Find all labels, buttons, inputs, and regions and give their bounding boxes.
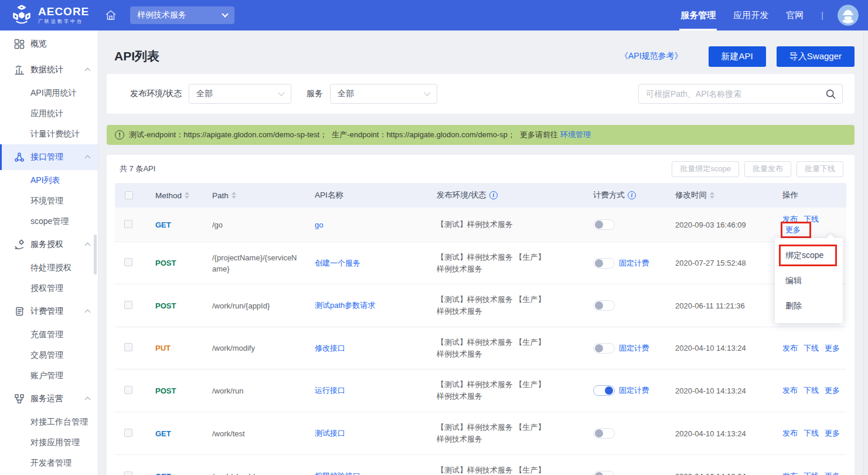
sidebar-subitem[interactable]: 授权管理 [0, 278, 98, 298]
sidebar-subitem[interactable]: 交易管理 [0, 345, 98, 365]
search-input[interactable] [646, 89, 825, 99]
select-all-checkbox[interactable] [125, 191, 133, 199]
sort-icon[interactable] [710, 192, 714, 199]
env-manage-link[interactable]: 环境管理 [560, 130, 591, 140]
row-checkbox[interactable] [124, 429, 132, 437]
env-status-cell: 【测试】样例技术服务 【生产】样例技术服务 [427, 294, 549, 317]
search-icon[interactable] [825, 89, 836, 100]
billing-toggle[interactable] [593, 343, 615, 354]
publish-link[interactable]: 发布 [782, 429, 798, 437]
billing-label: 固定计费 [619, 258, 649, 269]
api-name-link[interactable]: 修改接口 [315, 344, 345, 352]
sidebar-scrollbar-thumb[interactable] [94, 235, 97, 274]
home-icon[interactable] [104, 9, 117, 22]
more-link[interactable]: 更多 [825, 471, 840, 475]
sidebar-item[interactable]: 接口管理 [0, 144, 98, 170]
sidebar-item[interactable]: 概览 [0, 31, 98, 57]
sort-icon[interactable] [185, 192, 189, 199]
api-name-link[interactable]: 权限校验接口 [315, 471, 360, 475]
table-header: MethodPathAPI名称发布环境/状态i计费方式i修改时间操作 [115, 183, 846, 208]
sidebar-subitem[interactable]: API列表 [0, 170, 98, 191]
create-api-button[interactable]: 新建API [709, 46, 766, 67]
column-header[interactable]: 修改时间 [665, 190, 772, 201]
billing-toggle[interactable] [593, 258, 615, 269]
api-name-link[interactable]: 测试path参数请求 [315, 301, 375, 310]
chevron-down-icon [424, 89, 430, 96]
env-status-cell: 【测试】样例技术服务 【生产】样例技术服务 [427, 252, 549, 275]
modified-time-cell: 2020-06-11 11:21:36 [665, 301, 772, 310]
row-checkbox[interactable] [124, 220, 132, 228]
sidebar-item[interactable]: 服务授权 [0, 232, 98, 257]
api-name-link[interactable]: go [315, 220, 323, 229]
api-name-link[interactable]: 测试接口 [315, 429, 345, 437]
row-checkbox[interactable] [124, 386, 132, 394]
row-checkbox[interactable] [124, 471, 132, 475]
publish-link[interactable]: 发布 [782, 386, 798, 395]
page-scrollbar[interactable] [863, 30, 868, 475]
api-name-link[interactable]: 运行接口 [315, 386, 345, 395]
sidebar-subitem[interactable]: API调用统计 [0, 83, 98, 103]
sidebar-item[interactable]: 数据统计 [0, 57, 98, 83]
batch-button[interactable]: 批量绑定scope [672, 161, 739, 177]
billing-toggle[interactable] [593, 219, 615, 230]
row-checkbox[interactable] [124, 301, 132, 309]
sidebar-subitem[interactable]: 充值管理 [0, 324, 98, 345]
more-link[interactable]: 更多 [825, 429, 840, 437]
import-swagger-button[interactable]: 导入Swagger [777, 46, 855, 67]
more-link[interactable]: 更多 [785, 225, 801, 234]
sidebar-subitem[interactable]: 开发者管理 [0, 453, 98, 473]
sidebar-subitem[interactable]: 账户管理 [0, 365, 98, 386]
sidebar-subitem[interactable]: 对接应用管理 [0, 432, 98, 453]
offline-link[interactable]: 下线 [804, 471, 819, 475]
row-checkbox[interactable] [124, 343, 132, 351]
sidebar-subitem[interactable]: 待处理授权 [0, 257, 98, 278]
api-spec-link[interactable]: 《API规范参考》 [620, 51, 683, 62]
actions-cell: 发布下线更多 [772, 471, 846, 475]
menu-item-delete[interactable]: 删除 [775, 293, 843, 318]
service-selector[interactable]: 样例技术服务 [130, 6, 234, 24]
billing-toggle[interactable] [593, 428, 615, 439]
sidebar-subitem[interactable]: scope管理 [0, 211, 98, 232]
billing-toggle[interactable] [593, 385, 615, 396]
nav-item[interactable]: 服务管理 [680, 0, 716, 30]
sort-icon[interactable] [232, 192, 236, 199]
avatar[interactable] [838, 5, 859, 26]
sidebar-item[interactable]: 服务运营 [0, 386, 98, 412]
api-name-cell: 测试path参数请求 [305, 300, 427, 311]
service-filter-select[interactable]: 全部 [330, 84, 437, 104]
more-link[interactable]: 更多 [825, 386, 840, 395]
nav-item[interactable]: 应用开发 [733, 0, 768, 30]
more-link[interactable]: 更多 [825, 344, 840, 352]
offline-link[interactable]: 下线 [804, 344, 819, 352]
sidebar-subitem[interactable]: 环境管理 [0, 191, 98, 211]
menu-item-bind-scope[interactable]: 绑定scope [775, 243, 843, 268]
chevron-up-icon [85, 310, 91, 315]
nav-item[interactable]: 官网 [786, 0, 804, 30]
publish-link[interactable]: 发布 [782, 471, 798, 475]
publish-link[interactable]: 发布 [782, 344, 798, 352]
offline-link[interactable]: 下线 [804, 386, 819, 395]
api-name-link[interactable]: 创建一个服务 [315, 259, 360, 267]
billing-toggle[interactable] [593, 471, 615, 475]
sidebar-subitem[interactable]: 应用统计 [0, 103, 98, 124]
toggle-knob [605, 386, 613, 395]
api-count: 共 7 条API [120, 164, 155, 174]
notice-text: 生产-endpoint：https://apigate.glodon.com/d… [332, 130, 515, 140]
info-icon[interactable]: i [628, 191, 636, 199]
info-icon[interactable]: i [489, 191, 498, 199]
env-filter-select[interactable]: 全部 [189, 84, 291, 104]
batch-button[interactable]: 批量发布 [744, 161, 791, 177]
sidebar-subitem[interactable]: 对接工作台管理 [0, 412, 98, 432]
sidebar-subitem[interactable]: 计量计费统计 [0, 124, 98, 144]
actions-cell: 发布下线更多 [772, 385, 846, 396]
sidebar-item-label: 服务运营 [30, 393, 63, 404]
sidebar-item[interactable]: 计费管理 [0, 298, 98, 324]
column-header[interactable]: Path [202, 191, 305, 200]
logo-title: AECORE [38, 6, 89, 17]
offline-link[interactable]: 下线 [804, 429, 819, 437]
menu-item-edit[interactable]: 编辑 [775, 268, 843, 293]
billing-toggle[interactable] [593, 300, 615, 311]
row-checkbox[interactable] [124, 258, 132, 266]
batch-button[interactable]: 批量下线 [796, 161, 843, 177]
column-header[interactable]: Method [145, 191, 202, 200]
